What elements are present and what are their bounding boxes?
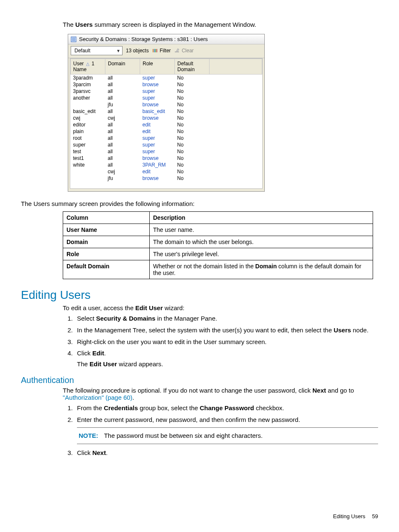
cell-default-domain: No (175, 81, 210, 88)
table-row[interactable]: cwjcwjbrowseNo (71, 115, 262, 121)
cell-role: super (140, 148, 175, 155)
cell-spacer (210, 141, 262, 148)
cell-domain: jfu (105, 101, 140, 108)
table-row[interactable]: rootallsuperNo (71, 135, 262, 141)
cell-role: super (140, 141, 175, 148)
authentication-steps: From the Credentials group box, select t… (63, 403, 378, 457)
users-table: User △ 1 Name Domain Role Default Domain (70, 59, 262, 188)
table-row[interactable]: plainalleditNo (71, 128, 262, 135)
clear-label: Clear (182, 48, 194, 54)
cell-spacer (210, 101, 262, 108)
cell-spacer (210, 155, 262, 162)
clear-button[interactable]: Clear (174, 48, 194, 54)
table-row[interactable]: editoralleditNo (71, 121, 262, 128)
cell-user: 3parcim (71, 81, 105, 88)
cell-user (71, 101, 105, 108)
col-header-default-domain[interactable]: Default Domain (175, 59, 210, 75)
table-row[interactable]: 3paradmallsuperNo (71, 75, 262, 82)
cell-user: plain (71, 128, 105, 135)
cell-domain: all (105, 88, 140, 95)
filter-button[interactable]: Filter (152, 48, 171, 54)
table-row[interactable]: 3parsvcallsuperNo (71, 88, 262, 95)
cell-role: 3PAR_RM (140, 162, 175, 168)
cell-default-domain: No (175, 135, 210, 141)
step-after-text: The Edit User wizard appears. (77, 360, 378, 369)
table-row[interactable]: jfubrowseNo (71, 101, 262, 108)
cell-user: another (71, 95, 105, 101)
intro-suffix: summary screen is displayed in the Manag… (93, 21, 256, 28)
table-row[interactable]: test1allbrowseNo (71, 155, 262, 162)
cell-default-domain: No (175, 95, 210, 101)
cell-role: edit (140, 121, 175, 128)
dropdown-value: Default (74, 48, 90, 54)
table-row[interactable]: testallsuperNo (71, 148, 262, 155)
cell-domain: cwj (105, 115, 140, 121)
cell-user: super (71, 141, 105, 148)
cell-user: 3parsvc (71, 88, 105, 95)
cell-domain: all (105, 121, 140, 128)
table-row[interactable]: jfubrowseNo (71, 175, 262, 182)
footer-section: Editing Users (333, 513, 365, 519)
cell-domain: cwj (105, 168, 140, 175)
col-header-domain[interactable]: Domain (105, 59, 140, 75)
cell-spacer (210, 162, 262, 168)
authentication-lead: The following procedure is optional. If … (63, 387, 378, 401)
table-row[interactable]: whiteall3PAR_RMNo (71, 162, 262, 168)
step-item: Click Edit. The Edit User wizard appears… (63, 349, 378, 369)
cell-user: root (71, 135, 105, 141)
svg-rect-1 (153, 49, 153, 52)
desc-row-label: Domain (63, 236, 150, 248)
cell-user (71, 175, 105, 182)
cell-spacer (210, 88, 262, 95)
sort-asc-icon: △ (85, 62, 90, 66)
cell-domain: all (105, 148, 140, 155)
col-header-user-name[interactable]: User △ 1 Name (71, 59, 105, 75)
cell-user: cwj (71, 115, 105, 121)
intro-paragraph: The Users summary screen is displayed in… (63, 21, 378, 28)
domain-dropdown[interactable]: Default ▼ (71, 46, 123, 55)
step-item: Click Next. (63, 448, 378, 457)
cell-default-domain: No (175, 128, 210, 135)
cell-user: 3paradm (71, 75, 105, 82)
cell-role: browse (140, 175, 175, 182)
col-header-role[interactable]: Role (140, 59, 175, 75)
cell-role: super (140, 135, 175, 141)
step-item: Select Security & Domains in the Manager… (63, 314, 378, 323)
cell-domain: all (105, 108, 140, 115)
cell-spacer (210, 175, 262, 182)
footer-page-number: 59 (372, 513, 378, 519)
column-description-table: Column Description User Name The user na… (63, 211, 373, 279)
cell-user: test (71, 148, 105, 155)
window-title-text: Security & Domains : Storage Systems : s… (79, 36, 208, 42)
editing-users-lead: To edit a user, access the Edit User wiz… (63, 304, 378, 311)
cell-role: super (140, 88, 175, 95)
editing-users-steps: Select Security & Domains in the Manager… (63, 314, 378, 369)
table-row[interactable]: anotherallsuperNo (71, 95, 262, 101)
cell-domain: all (105, 128, 140, 135)
table-row[interactable]: 3parcimallbrowseNo (71, 81, 262, 88)
note-label: NOTE: (79, 432, 98, 439)
filter-label: Filter (160, 48, 171, 54)
cell-domain: all (105, 81, 140, 88)
table-row[interactable]: basic_editallbasic_editNo (71, 108, 262, 115)
cell-domain: jfu (105, 175, 140, 182)
note-box: NOTE:The password must be between six an… (77, 427, 378, 444)
table-row[interactable]: superallsuperNo (71, 141, 262, 148)
clear-icon (174, 48, 180, 54)
cell-default-domain: No (175, 88, 210, 95)
objects-count-label: 13 objects (126, 48, 149, 54)
step-item: From the Credentials group box, select t… (63, 403, 378, 413)
cell-user: white (71, 162, 105, 168)
cell-default-domain: No (175, 121, 210, 128)
cell-role: edit (140, 168, 175, 175)
cell-default-domain: No (175, 155, 210, 162)
step-item: Right-click on the user you want to edit… (63, 337, 378, 347)
authorization-link[interactable]: "Authorization" (page 60) (63, 394, 133, 401)
desc-row-value: The user name. (150, 224, 373, 236)
desc-row-label: Default Domain (63, 260, 150, 279)
cell-role: basic_edit (140, 108, 175, 115)
table-row[interactable]: cwjeditNo (71, 168, 262, 175)
step-item: In the Management Tree, select the syste… (63, 326, 378, 335)
cell-role: browse (140, 81, 175, 88)
cell-spacer (210, 121, 262, 128)
